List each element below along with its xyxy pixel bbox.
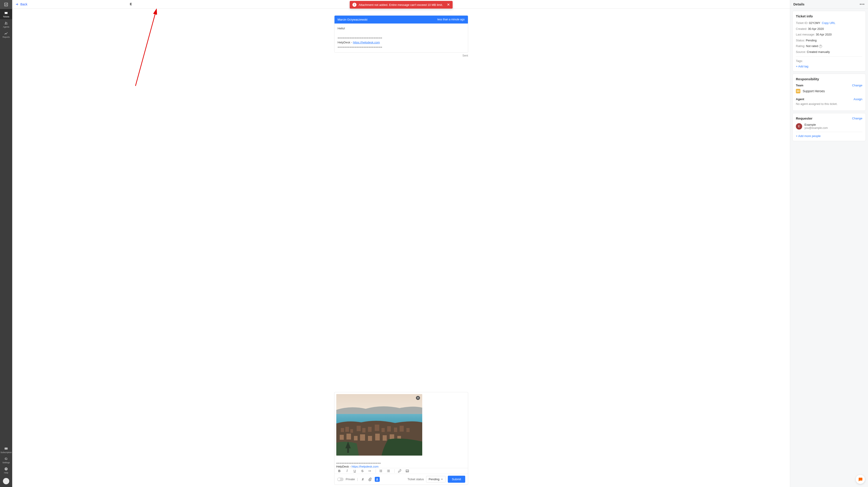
sidebar-item-subscription[interactable]: Subscription xyxy=(0,445,12,455)
submit-button[interactable]: Submit xyxy=(448,476,465,483)
team-badge: SH xyxy=(796,89,800,93)
svg-rect-15 xyxy=(381,428,385,432)
svg-rect-8 xyxy=(341,428,344,432)
svg-rect-24 xyxy=(368,436,372,441)
svg-rect-21 xyxy=(346,434,351,440)
user-avatar[interactable] xyxy=(3,478,9,484)
composer-signature: HelpDesk - https://helpdesk.com xyxy=(336,465,466,468)
chat-launcher[interactable] xyxy=(856,475,865,484)
formatting-toolbar: B I U S xyxy=(335,468,468,474)
sidebar-label: Settings xyxy=(2,461,10,464)
toast-message: Attachment not added. Entire message can… xyxy=(359,3,443,6)
ticket-info-heading: Ticket info xyxy=(796,14,862,18)
app-logo[interactable] xyxy=(0,0,12,9)
underline-button[interactable]: U xyxy=(352,469,357,473)
svg-rect-25 xyxy=(375,434,380,441)
requester-avatar: E xyxy=(796,123,802,130)
assign-agent-button[interactable]: Assign xyxy=(854,97,862,101)
composer-sig-link[interactable]: https://helpdesk.com xyxy=(351,465,378,468)
sidebar-label: Reports xyxy=(2,36,10,38)
svg-text:?: ? xyxy=(5,468,7,470)
svg-point-0 xyxy=(5,22,6,23)
ticket-info-card: Ticket info Ticket ID: 02Y2MY Copy URL C… xyxy=(793,11,866,71)
ticket-id: 02Y2MY xyxy=(809,21,820,25)
composer-content[interactable]: ✕ ========================== HelpDesk - … xyxy=(335,392,468,468)
status-dropdown[interactable]: Pending xyxy=(426,476,445,483)
sidebar-item-reports[interactable]: Reports xyxy=(0,29,12,39)
change-team-button[interactable]: Change xyxy=(852,84,862,87)
svg-rect-19 xyxy=(406,428,410,432)
arrow-left-icon xyxy=(16,2,19,6)
svg-rect-26 xyxy=(383,435,387,441)
link-button[interactable] xyxy=(398,469,402,473)
source-value: Created manually xyxy=(807,50,830,54)
requester-row: E Example you@example.com xyxy=(796,123,862,130)
svg-rect-2 xyxy=(4,448,8,450)
bold-button[interactable]: B xyxy=(337,469,342,473)
message-greeting: Hello! xyxy=(338,26,465,31)
team-name: Support Heroes xyxy=(803,89,825,93)
sidebar-item-help[interactable]: ? Help xyxy=(4,465,8,475)
italic-button[interactable]: I xyxy=(345,469,349,473)
created-date: 30 Apr 2020 xyxy=(808,27,824,31)
message-status: Sent xyxy=(334,54,468,57)
sidebar-label: Help xyxy=(4,472,8,474)
sidebar: Tickets Agents Reports Subscription Sett… xyxy=(0,0,12,487)
details-title: Details xyxy=(794,2,804,6)
details-panel: Details ••• Ticket info Ticket ID: 02Y2M… xyxy=(790,0,868,487)
svg-rect-13 xyxy=(368,427,372,432)
private-toggle[interactable] xyxy=(337,478,344,481)
help-icon: ? xyxy=(4,467,8,471)
info-icon[interactable]: ? xyxy=(819,45,822,48)
composer-bottom-bar: Private | A Ticket status Pending Submit xyxy=(335,474,468,485)
agent-label: Agent xyxy=(796,97,804,101)
code-button[interactable] xyxy=(368,469,372,473)
agents-icon xyxy=(4,21,8,25)
svg-rect-9 xyxy=(345,427,349,432)
sidebar-label: Agents xyxy=(3,26,9,28)
last-message-date: 30 Apr 2020 xyxy=(816,33,832,36)
more-actions-button[interactable]: ••• xyxy=(860,2,865,6)
svg-rect-10 xyxy=(350,429,353,433)
responsibility-heading: Responsibility xyxy=(796,77,862,81)
ticket-status-label: Ticket status xyxy=(407,478,424,481)
requester-email: you@example.com xyxy=(804,126,828,130)
remove-attachment-button[interactable]: ✕ xyxy=(416,396,420,400)
message-signature: HelpDesk - https://helpdesk.com xyxy=(338,40,465,45)
svg-point-31 xyxy=(387,470,388,470)
rating-value: Not rated xyxy=(806,44,818,48)
ordered-list-button[interactable] xyxy=(379,469,383,473)
attach-button[interactable] xyxy=(368,477,372,482)
gear-icon xyxy=(4,457,8,461)
reply-composer: ✕ ========================== HelpDesk - … xyxy=(334,392,468,485)
svg-rect-11 xyxy=(356,426,361,431)
status-value: Pending xyxy=(806,39,817,42)
sidebar-item-tickets[interactable]: Tickets xyxy=(0,9,12,19)
subscription-icon xyxy=(4,447,8,451)
change-requester-button[interactable]: Change xyxy=(852,117,862,120)
unordered-list-button[interactable] xyxy=(387,469,391,473)
team-label: Team xyxy=(796,84,803,87)
svg-point-32 xyxy=(387,471,388,471)
sidebar-item-settings[interactable]: Settings xyxy=(2,455,10,465)
ticket-icon xyxy=(4,11,8,15)
add-tag-button[interactable]: + Add tag xyxy=(796,65,862,68)
team-chip: SH Support Heroes xyxy=(796,89,862,93)
sidebar-label: Tickets xyxy=(3,15,9,18)
image-button[interactable] xyxy=(405,469,410,473)
copy-url-button[interactable]: Copy URL xyxy=(822,21,835,25)
back-label: Back xyxy=(20,2,27,6)
canned-response-button[interactable] xyxy=(360,477,365,482)
svg-rect-23 xyxy=(360,434,365,441)
sidebar-item-agents[interactable]: Agents xyxy=(0,19,12,29)
svg-rect-20 xyxy=(340,435,344,440)
private-label: Private xyxy=(346,478,355,481)
text-color-button[interactable]: A xyxy=(375,477,380,482)
signature-link[interactable]: https://helpdesk.com xyxy=(353,41,380,44)
strike-button[interactable]: S xyxy=(360,469,365,473)
svg-rect-22 xyxy=(354,436,358,441)
message-author: Marcin Grzywaczewski xyxy=(338,18,368,21)
svg-rect-17 xyxy=(394,427,397,432)
toast-close-button[interactable]: ✕ xyxy=(447,3,450,6)
add-people-button[interactable]: + Add more people xyxy=(796,134,862,138)
